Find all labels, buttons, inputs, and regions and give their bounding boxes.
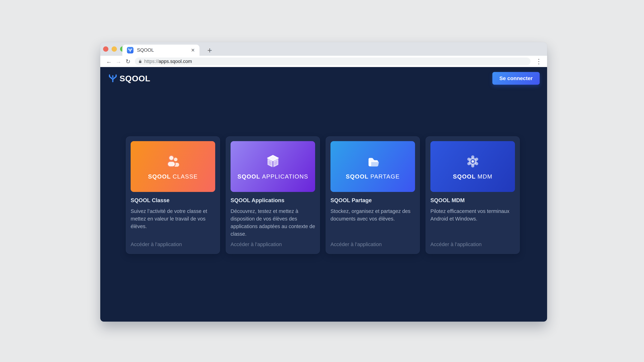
card-sqool-partage[interactable]: SQOOLPARTAGE SQOOL Partage Stockez, orga… (326, 136, 420, 254)
mdm-tile: SQOOLMDM (430, 141, 515, 192)
tab-title: SQOOL (137, 47, 154, 53)
minimize-window-button[interactable] (112, 46, 117, 52)
applications-wordmark: SQOOLAPPLICATIONS (238, 173, 308, 180)
card-description: Stockez, organisez et partagez des docum… (330, 207, 415, 223)
wordmark-brand: SQOOL (148, 173, 171, 180)
folder-icon (364, 153, 381, 170)
partage-tile: SQOOLPARTAGE (330, 141, 415, 192)
card-description: Suivez l’activité de votre classe et met… (131, 207, 215, 230)
wordmark-brand: SQOOL (346, 173, 368, 180)
url-scheme: https:// (144, 59, 158, 64)
gear-icon (464, 153, 481, 170)
forward-icon[interactable]: → (114, 58, 123, 65)
app-cards-row: SQOOLCLASSE SQOOL Classe Suivez l’activi… (126, 136, 520, 254)
wordmark-name: APPLICATIONS (262, 173, 308, 180)
wordmark-brand: SQOOL (453, 173, 476, 180)
back-icon[interactable]: ← (104, 58, 114, 65)
browser-menu-icon[interactable]: ⋮ (534, 57, 544, 65)
wordmark-name: CLASSE (173, 173, 198, 180)
wordmark-name: MDM (478, 173, 492, 180)
new-tab-button[interactable]: + (204, 45, 216, 56)
browser-toolbar: ← → ↻ https://apps.sqool.com ⋮ (100, 56, 547, 67)
card-sqool-mdm[interactable]: SQOOLMDM SQOOL MDM Pilotez efficacement … (426, 136, 520, 254)
card-sqool-applications[interactable]: SQOOLAPPLICATIONS SQOOL Applications Déc… (226, 136, 320, 254)
card-title: SQOOL Partage (330, 197, 415, 204)
sqool-trident-icon (108, 74, 118, 83)
url-host: apps.sqool.com (158, 59, 192, 64)
open-app-link[interactable]: Accéder à l’application (131, 242, 215, 247)
partage-wordmark: SQOOLPARTAGE (346, 173, 400, 180)
cube-icon (265, 153, 281, 170)
open-app-link[interactable]: Accéder à l’application (230, 242, 315, 247)
sqool-logo: SQOOL (108, 73, 150, 83)
applications-tile: SQOOLAPPLICATIONS (230, 141, 315, 192)
card-title: SQOOL MDM (430, 197, 515, 204)
mdm-wordmark: SQOOLMDM (453, 173, 492, 180)
close-tab-icon[interactable]: ✕ (191, 47, 195, 53)
lock-icon (138, 59, 142, 63)
refresh-icon[interactable]: ↻ (123, 58, 133, 65)
browser-tab[interactable]: SQOOL ✕ (122, 45, 200, 56)
window-controls (103, 42, 125, 56)
open-app-link[interactable]: Accéder à l’application (430, 242, 515, 247)
url-text: https://apps.sqool.com (144, 59, 192, 64)
classe-tile: SQOOLCLASSE (131, 141, 215, 192)
close-window-button[interactable] (103, 46, 108, 52)
card-description: Pilotez efficacement vos terminaux Andro… (430, 207, 515, 223)
open-app-link[interactable]: Accéder à l’application (330, 242, 415, 247)
sqool-favicon-icon (127, 47, 134, 53)
classe-wordmark: SQOOLCLASSE (148, 173, 198, 180)
tab-strip: SQOOL ✕ + (100, 42, 547, 56)
card-title: SQOOL Classe (131, 197, 215, 204)
browser-window: SQOOL ✕ + ← → ↻ https://apps.sqool.com ⋮ (100, 42, 547, 322)
address-bar[interactable]: https://apps.sqool.com (135, 57, 530, 65)
brand-name: SQOOL (120, 73, 150, 83)
card-title: SQOOL Applications (230, 197, 315, 204)
sqool-portal-page: SQOOL Se connecter SQOOLCLASSE (100, 67, 547, 322)
wordmark-brand: SQOOL (238, 173, 260, 180)
wordmark-name: PARTAGE (370, 173, 400, 180)
card-sqool-classe[interactable]: SQOOLCLASSE SQOOL Classe Suivez l’activi… (126, 136, 220, 254)
login-button[interactable]: Se connecter (492, 72, 540, 85)
card-description: Découvrez, testez et mettez à dispositio… (230, 207, 315, 238)
page-header: SQOOL Se connecter (100, 67, 547, 85)
users-icon (165, 153, 181, 170)
